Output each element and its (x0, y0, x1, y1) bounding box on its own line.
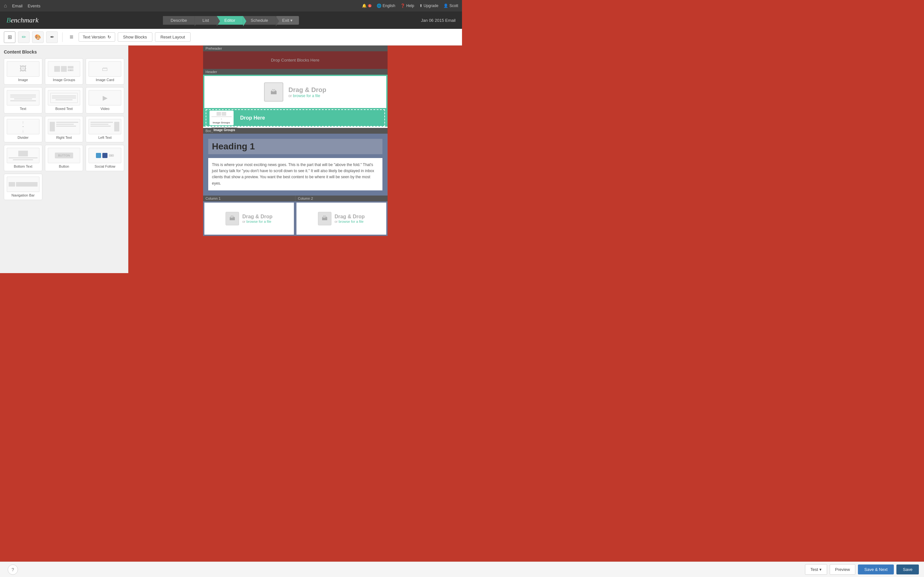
right-text-icon (50, 122, 79, 131)
step-schedule[interactable]: Schedule (243, 16, 276, 25)
body-text[interactable]: This is where your most exciting news go… (208, 158, 383, 190)
content-area: Preheader Drop Content Blocks Here Heade… (128, 45, 462, 273)
text-version-label: Text Version (83, 35, 105, 39)
sidebar-title: Content Blocks (4, 49, 124, 55)
col2-browse-text: or browse for a file (334, 219, 365, 223)
divider-icon: ↑ ↓ (22, 120, 24, 133)
nav-events-link[interactable]: Events (27, 3, 40, 8)
col1-browse-link[interactable]: browse for a file (246, 219, 271, 223)
logo: Benchmark (6, 16, 39, 24)
block-social-follow[interactable]: + Social Follow (86, 145, 124, 171)
header-bar: Benchmark Describe List Editor Schedule … (0, 11, 462, 29)
mini-image-groups-preview (212, 112, 232, 116)
block-social-follow-label: Social Follow (95, 164, 115, 168)
block-nav-bar-preview (7, 177, 39, 192)
block-divider-label: Divider (18, 135, 29, 139)
sidebar: Content Blocks 🖼 Image + Image Grou (0, 45, 128, 273)
block-image-groups-label: Image Groups (53, 78, 75, 82)
col1-drop-zone[interactable]: 🏔 Drag & Drop or browse for a file (204, 203, 294, 235)
preheader-label: Preheader (203, 45, 388, 51)
notification-bell[interactable]: 🔔 1 (362, 3, 372, 8)
col2-mountains-icon: 🏔 (322, 215, 328, 222)
col1-mountains-icon: 🏔 (229, 215, 235, 222)
col2-drag-icon: 🏔 (318, 212, 331, 226)
block-button-label: Button (59, 164, 69, 168)
dragging-image-groups-block: + Image Groups Image Groups (210, 111, 234, 125)
body-area: Heading 1 This is where your most exciti… (203, 134, 388, 195)
columns-area: 🏔 Drag & Drop or browse for a file 🏔 Dra… (203, 201, 388, 236)
col2-browse-link[interactable]: browse for a file (338, 219, 363, 223)
block-bottom-text-label: Bottom Text (14, 164, 32, 168)
block-image-groups[interactable]: + Image Groups (45, 58, 83, 85)
block-social-follow-preview: + (89, 148, 121, 163)
col1-drag-title: Drag & Drop (242, 214, 272, 219)
body-heading[interactable]: Heading 1 (208, 139, 383, 154)
block-divider[interactable]: ↑ ↓ Divider (4, 116, 42, 142)
edit-panel-toggle[interactable]: ✏ (18, 31, 29, 43)
step-describe[interactable]: Describe (163, 16, 195, 25)
col2-text: Drag & Drop or browse for a file (334, 214, 365, 223)
menu-icon[interactable]: ≡ (67, 33, 76, 41)
preheader-drop-text: Drop Content Blocks Here (271, 58, 319, 63)
reset-layout-button[interactable]: Reset Layout (155, 32, 191, 42)
block-image-card-label: Image Card (95, 78, 114, 82)
step-list[interactable]: List (195, 16, 216, 25)
toolbar-separator (62, 32, 63, 42)
browse-link[interactable]: browse for a file (293, 93, 320, 98)
button-icon: BUTTON (55, 153, 73, 158)
block-left-text-preview (89, 119, 121, 134)
boxed-text-icon (50, 93, 78, 103)
social-follow-icon: + (96, 153, 114, 158)
drag-drop-text: Drag & Drop or browse for a file (288, 86, 326, 98)
col1-browse-text: or browse for a file (242, 219, 272, 223)
col2-drop-zone[interactable]: 🏔 Drag & Drop or browse for a file (296, 203, 386, 235)
block-button-preview: BUTTON (48, 148, 81, 163)
block-right-text[interactable]: Right Text (45, 116, 83, 142)
home-icon[interactable]: ⌂ (4, 3, 7, 9)
help-link[interactable]: ❓ Help (401, 3, 414, 8)
header-image-drop[interactable]: 🏔 Drag & Drop or browse for a file (204, 76, 386, 108)
header-drop-zone[interactable]: + Image Groups Image Groups Drop Here (206, 109, 385, 127)
top-navigation: ⌂ Email Events 🔔 1 🌐 English ❓ Help ⬆ Up… (0, 0, 462, 11)
email-date-label: Jan 06 2015 Email (421, 18, 456, 23)
blocks-icon: ⊞ (8, 34, 12, 40)
block-boxed-text-label: Boxed Text (55, 107, 73, 111)
step-editor[interactable]: Editor (216, 16, 243, 25)
blocks-panel-toggle[interactable]: ⊞ (4, 31, 15, 43)
block-text[interactable]: Text (4, 87, 42, 113)
left-text-icon (90, 122, 120, 131)
block-image[interactable]: 🖼 Image (4, 58, 42, 85)
block-right-text-label: Right Text (56, 135, 72, 139)
language-selector[interactable]: 🌐 English (376, 3, 395, 8)
block-bottom-text[interactable]: Bottom Text (4, 145, 42, 171)
preheader-drop-zone[interactable]: Drop Content Blocks Here (203, 51, 388, 69)
block-video[interactable]: ▶ Video (86, 87, 124, 113)
block-image-card[interactable]: 🗃 Image Card (86, 58, 124, 85)
paint-bucket-toggle[interactable]: 🎨 (32, 31, 44, 43)
header-label: Header (203, 69, 388, 75)
video-icon: ▶ (103, 94, 107, 102)
edit-icon: ✏ (22, 34, 26, 40)
block-boxed-text[interactable]: Boxed Text (45, 87, 83, 113)
upgrade-link[interactable]: ⬆ Upgrade (419, 3, 438, 8)
block-left-text[interactable]: Left Text (86, 116, 124, 142)
text-version-button[interactable]: Text Version ↻ (79, 32, 115, 42)
image-icon: 🖼 (19, 65, 27, 73)
drag-drop-or: or browse for a file (288, 93, 326, 98)
block-button[interactable]: BUTTON Button (45, 145, 83, 171)
block-right-text-preview (48, 119, 81, 134)
mountains-icon: 🏔 (270, 89, 277, 96)
block-nav-bar[interactable]: Navigation Bar (4, 174, 42, 200)
wizard-steps: Describe List Editor Schedule Exit ▾ (163, 16, 299, 25)
nav-email-link[interactable]: Email (12, 3, 23, 8)
pencil-toggle[interactable]: ✒ (46, 31, 58, 43)
block-image-card-preview: 🗃 (89, 61, 121, 77)
step-exit[interactable]: Exit ▾ (276, 16, 299, 25)
block-boxed-text-preview (48, 90, 81, 105)
block-nav-bar-label: Navigation Bar (11, 193, 35, 197)
drop-here-label: Drop Here (240, 115, 265, 121)
mini-block-label: Image Groups (212, 121, 232, 124)
nav-right: 🔔 1 🌐 English ❓ Help ⬆ Upgrade 👤 Scott (362, 3, 458, 8)
show-blocks-button[interactable]: Show Blocks (118, 32, 152, 42)
user-menu[interactable]: 👤 Scott (443, 3, 458, 8)
